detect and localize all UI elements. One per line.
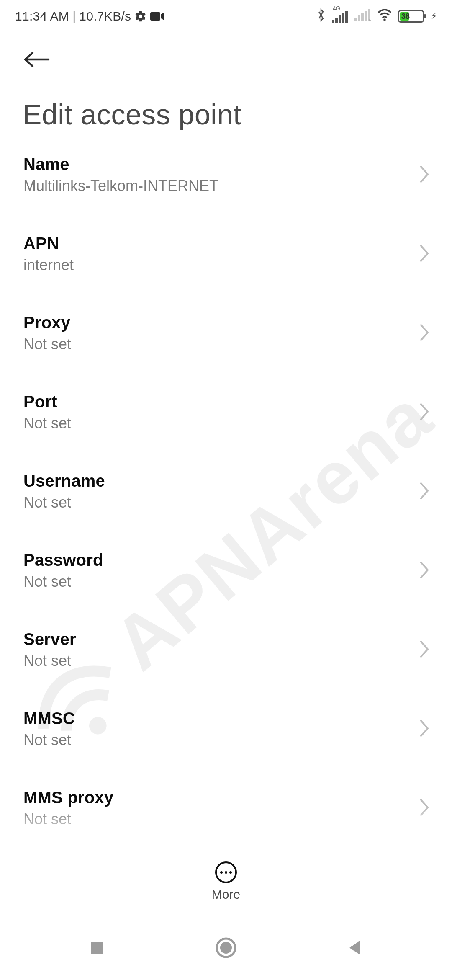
setting-label: Username [23, 472, 105, 490]
bluetooth-icon [316, 8, 326, 25]
status-time: 11:34 AM [15, 9, 69, 23]
setting-row-mmsc[interactable]: MMSC Not set [0, 696, 452, 762]
svg-rect-7 [358, 15, 360, 21]
svg-point-12 [383, 18, 385, 21]
svg-rect-6 [354, 18, 357, 21]
battery-icon: 38 [398, 10, 424, 23]
setting-value: Not set [23, 573, 103, 591]
battery-percent: 38 [401, 12, 410, 21]
status-net-speed: 10.7KB/s [79, 9, 131, 23]
setting-value: Not set [23, 810, 113, 828]
setting-label: Password [23, 551, 103, 570]
status-left: 11:34 AM | 10.7KB/s [15, 9, 164, 23]
setting-row-password[interactable]: Password Not set [0, 537, 452, 604]
chevron-right-icon [419, 402, 430, 423]
chevron-right-icon [419, 244, 430, 264]
action-bar: More [0, 846, 452, 917]
camera-icon [150, 11, 164, 21]
setting-label: Proxy [23, 313, 71, 332]
charging-icon: ⚡︎ [431, 11, 437, 22]
wifi-icon [377, 9, 392, 24]
svg-rect-2 [335, 18, 338, 23]
nav-recent-button[interactable] [88, 939, 105, 958]
svg-rect-1 [332, 20, 334, 23]
more-label: More [212, 887, 240, 902]
setting-value: Not set [23, 652, 76, 670]
more-button[interactable]: More [212, 861, 240, 902]
svg-rect-15 [91, 942, 103, 954]
svg-marker-18 [349, 941, 360, 954]
svg-rect-5 [345, 11, 348, 23]
gear-icon [134, 10, 147, 23]
svg-rect-4 [342, 13, 344, 23]
setting-value: Not set [23, 494, 105, 511]
setting-row-port[interactable]: Port Not set [0, 379, 452, 446]
settings-list: Name Multilinks-Telkom-INTERNET APN inte… [0, 134, 452, 841]
nav-back-button[interactable] [347, 939, 364, 958]
svg-rect-0 [150, 12, 160, 21]
setting-label: Server [23, 630, 76, 649]
status-bar: 11:34 AM | 10.7KB/s 4G ✕ 38 ⚡︎ [0, 0, 452, 29]
chevron-right-icon [419, 323, 430, 343]
setting-label: Name [23, 155, 218, 174]
setting-label: MMS proxy [23, 788, 113, 807]
svg-rect-8 [361, 13, 364, 21]
status-separator: | [72, 9, 76, 23]
signal-icon-nosim: ✕ [354, 9, 371, 24]
chevron-right-icon [419, 719, 430, 739]
setting-value: internet [23, 256, 74, 274]
setting-row-proxy[interactable]: Proxy Not set [0, 300, 452, 366]
chevron-right-icon [419, 561, 430, 581]
setting-row-mms-proxy[interactable]: MMS proxy Not set [0, 775, 452, 841]
setting-value: Multilinks-Telkom-INTERNET [23, 177, 218, 195]
svg-rect-9 [365, 11, 367, 21]
nav-home-button[interactable] [215, 937, 237, 960]
signal-icon-4g: 4G [332, 9, 349, 23]
chevron-right-icon [419, 482, 430, 502]
chevron-right-icon [419, 165, 430, 185]
setting-value: Not set [23, 335, 71, 353]
chevron-right-icon [419, 798, 430, 818]
navigation-bar [0, 917, 452, 980]
setting-value: Not set [23, 731, 75, 749]
chevron-right-icon [419, 640, 430, 660]
status-right: 4G ✕ 38 ⚡︎ [316, 8, 437, 25]
svg-point-17 [220, 942, 232, 954]
settings-scroll[interactable]: Name Multilinks-Telkom-INTERNET APN inte… [0, 134, 452, 847]
setting-label: Port [23, 392, 71, 411]
setting-label: MMSC [23, 709, 75, 728]
back-button[interactable] [22, 51, 52, 68]
setting-row-server[interactable]: Server Not set [0, 616, 452, 683]
setting-row-username[interactable]: Username Not set [0, 458, 452, 525]
setting-value: Not set [23, 415, 71, 432]
setting-row-name[interactable]: Name Multilinks-Telkom-INTERNET [0, 142, 452, 208]
setting-label: APN [23, 234, 74, 253]
setting-row-apn[interactable]: APN internet [0, 221, 452, 287]
more-icon [215, 861, 237, 883]
svg-text:✕: ✕ [368, 18, 371, 21]
svg-rect-3 [339, 15, 341, 23]
